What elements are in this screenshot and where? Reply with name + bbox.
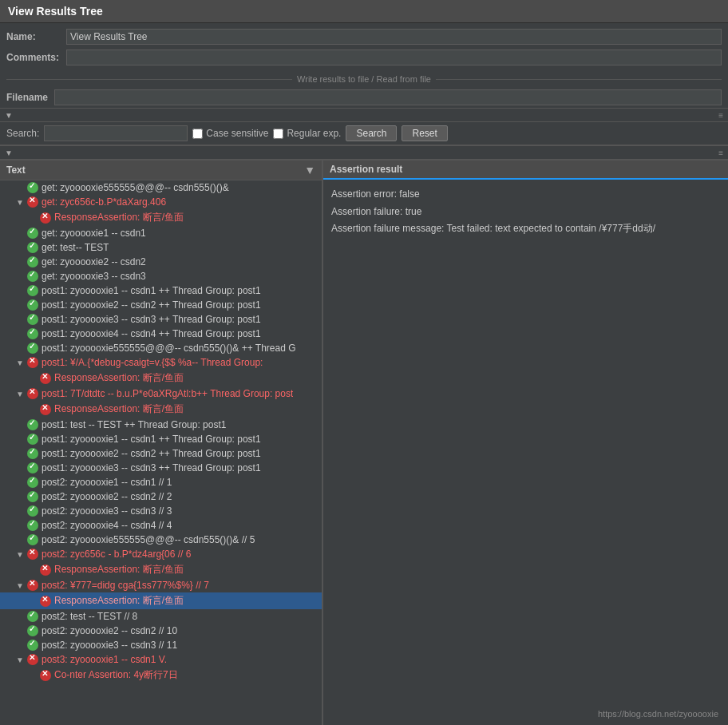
tree-item-label: get: test-- TEST (42, 242, 109, 253)
tree-item[interactable]: post1: zyooooxie1 -- csdn1 ++ Thread Gro… (0, 432, 322, 446)
tree-toggle-arrow: ▼ (16, 550, 26, 559)
success-icon (27, 271, 38, 282)
search-bar: Search: Case sensitive Regular exp. Sear… (0, 122, 728, 145)
tree-item-label: post1: test -- TEST ++ Thread Group: pos… (42, 419, 226, 430)
tree-item[interactable]: ResponseAssertion: 断言/鱼面 (0, 401, 322, 418)
tree-container[interactable]: get: zyooooxie555555@@@-- csdn555()()&▼g… (0, 180, 322, 725)
success-icon (27, 448, 38, 459)
success-icon (27, 491, 38, 502)
collapse-bar-1[interactable]: ▼ ≡ (0, 108, 728, 122)
tree-item[interactable]: post1: zyooooxie3 -- csdn3 ++ Thread Gro… (0, 461, 322, 475)
tree-item[interactable]: post2: zyooooxie555555@@@-- csdn555()()&… (0, 533, 322, 547)
tree-item[interactable]: post1: zyooooxie2 -- csdn2 ++ Thread Gro… (0, 298, 322, 312)
main-content: Text ▼ get: zyooooxie555555@@@-- csdn555… (0, 160, 728, 725)
filter-icon[interactable]: ▼ (304, 164, 315, 176)
tree-item[interactable]: ▼post2: ¥777=didg cga{1ss777%$%} // 7 (0, 578, 322, 592)
regexp-group: Regular exp. (273, 128, 341, 139)
tree-item[interactable]: ResponseAssertion: 断言/鱼面 (0, 592, 322, 609)
tree-item[interactable]: get: zyooooxie2 -- csdn2 (0, 255, 322, 269)
comments-input[interactable] (66, 50, 722, 65)
collapse-bar-2[interactable]: ▼ ≡ (0, 145, 728, 160)
tree-item-label: get: zyooooxie555555@@@-- csdn555()()& (42, 182, 229, 193)
tree-toggle-arrow: ▼ (16, 581, 26, 590)
tree-item-label: post1: zyooooxie1 -- csdn1 ++ Thread Gro… (42, 434, 261, 445)
tree-item[interactable]: ResponseAssertion: 断言/鱼面 (0, 370, 322, 386)
tree-item-label: post2: zyooooxie1 -- csdn1 // 1 (42, 477, 172, 488)
assertion-line: Assertion failure message: Test failed: … (331, 220, 720, 238)
tree-item-label: post2: zyooooxie4 -- csdn4 // 4 (42, 520, 172, 531)
error-icon (40, 212, 51, 224)
tree-item[interactable]: post2: test -- TEST // 8 (0, 609, 322, 624)
case-sensitive-checkbox[interactable] (192, 129, 203, 139)
tree-item-label: post3: zyooooxie1 -- csdn1 V. (42, 654, 167, 665)
tree-item[interactable]: get: test-- TEST (0, 240, 322, 255)
write-section-label: Write results to file / Read from file (0, 71, 728, 87)
tree-item[interactable]: post1: zyooooxie2 -- csdn2 ++ Thread Gro… (0, 446, 322, 461)
tree-item[interactable]: post1: zyooooxie4 -- csdn4 ++ Thread Gro… (0, 327, 322, 341)
tree-item[interactable]: post1: test -- TEST ++ Thread Group: pos… (0, 418, 322, 432)
success-icon (27, 242, 38, 253)
tree-item-label: post2: zyooooxie2 -- csdn2 // 10 (42, 625, 177, 636)
comments-label: Comments: (6, 52, 66, 63)
regexp-label: Regular exp. (287, 128, 341, 139)
collapse-arrow-1: ▼ (5, 111, 13, 120)
tree-item[interactable]: ▼post2: zyc656c - b.P*dz4arg{06 // 6 (0, 547, 322, 561)
tree-item[interactable]: ▼post1: ¥/A.{*debug-csaigt=v.{$$ %a-- Th… (0, 355, 322, 370)
tree-item[interactable]: Co-nter Assertion: 4y断行7日 (0, 667, 322, 683)
tree-item[interactable]: get: zyooooxie3 -- csdn3 (0, 269, 322, 283)
tree-item[interactable]: ResponseAssertion: 断言/鱼面 (0, 561, 322, 578)
regexp-checkbox[interactable] (273, 129, 283, 139)
tree-item[interactable]: post1: zyooooxie3 -- csdn3 ++ Thread Gro… (0, 312, 322, 327)
error-icon (27, 549, 38, 560)
name-input[interactable] (66, 29, 722, 45)
tree-toggle-arrow: ▼ (16, 359, 26, 367)
tree-item-label: post1: zyooooxie2 -- csdn2 ++ Thread Gro… (42, 299, 261, 311)
tree-item-label: post1: ¥/A.{*debug-csaigt=v.{$$ %a-- Thr… (42, 357, 263, 368)
success-icon (27, 419, 38, 430)
assertion-result-title: Assertion result (330, 164, 402, 175)
tree-item[interactable]: get: zyooooxie1 -- csdn1 (0, 226, 322, 240)
tree-item[interactable]: post2: zyooooxie3 -- csdn3 // 11 (0, 638, 322, 652)
tree-item-label: post2: zyooooxie3 -- csdn3 // 11 (42, 640, 177, 651)
tree-item[interactable]: post2: zyooooxie4 -- csdn4 // 4 (0, 518, 322, 533)
tree-item[interactable]: post1: zyooooxie555555@@@-- csdn555()()&… (0, 341, 322, 355)
name-label: Name: (6, 31, 66, 42)
tree-item[interactable]: ▼get: zyc656c-b.P*daXarg.406 (0, 195, 322, 209)
reset-button[interactable]: Reset (402, 125, 447, 141)
tree-toggle-arrow: ▼ (16, 390, 26, 398)
title-text: View Results Tree (8, 5, 103, 18)
tree-item-label: post1: zyooooxie3 -- csdn3 ++ Thread Gro… (42, 314, 261, 325)
collapse-arrow-2: ▼ (5, 149, 13, 157)
filename-input[interactable] (54, 89, 722, 105)
success-icon (27, 228, 38, 239)
title-bar: View Results Tree (0, 0, 728, 23)
resize-handle-2: ≡ (718, 149, 723, 157)
error-icon (40, 373, 51, 384)
success-icon (27, 534, 38, 545)
tree-item[interactable]: post2: zyooooxie2 -- csdn2 // 10 (0, 624, 322, 638)
tree-item-label: post2: zyc656c - b.P*dz4arg{06 // 6 (42, 549, 191, 560)
assertion-line: Assertion error: false (331, 186, 720, 204)
success-icon (27, 328, 38, 339)
tree-item[interactable]: ResponseAssertion: 断言/鱼面 (0, 209, 322, 226)
tree-item[interactable]: get: zyooooxie555555@@@-- csdn555()()& (0, 180, 322, 195)
tree-item[interactable]: post1: zyooooxie1 -- csdn1 ++ Thread Gro… (0, 283, 322, 298)
left-panel-header: Text ▼ (0, 160, 322, 180)
tree-item-label: post1: zyooooxie1 -- csdn1 ++ Thread Gro… (42, 285, 261, 296)
tree-item-label: post1: zyooooxie555555@@@-- csdn555()()&… (42, 343, 296, 354)
tree-item[interactable]: post2: zyooooxie1 -- csdn1 // 1 (0, 475, 322, 489)
search-input[interactable] (44, 125, 188, 141)
tree-item[interactable]: ▼post1: 7T/dtdtc -- b.u.P*e0aXRgAtl:b++ … (0, 386, 322, 401)
success-icon (27, 505, 38, 517)
tree-item-label: post2: test -- TEST // 8 (42, 611, 137, 622)
tree-item[interactable]: ▼post3: zyooooxie1 -- csdn1 V. (0, 652, 322, 667)
filename-label: Filename (6, 92, 54, 103)
right-panel-header: Assertion result (323, 160, 728, 180)
case-sensitive-label: Case sensitive (206, 128, 268, 139)
search-button[interactable]: Search (346, 125, 397, 141)
tree-item-label: post1: zyooooxie2 -- csdn2 ++ Thread Gro… (42, 448, 261, 459)
tree-item-label: ResponseAssertion: 断言/鱼面 (54, 563, 184, 576)
tree-item[interactable]: post2: zyooooxie2 -- csdn2 // 2 (0, 489, 322, 504)
error-icon (27, 388, 38, 399)
tree-item[interactable]: post2: zyooooxie3 -- csdn3 // 3 (0, 504, 322, 518)
